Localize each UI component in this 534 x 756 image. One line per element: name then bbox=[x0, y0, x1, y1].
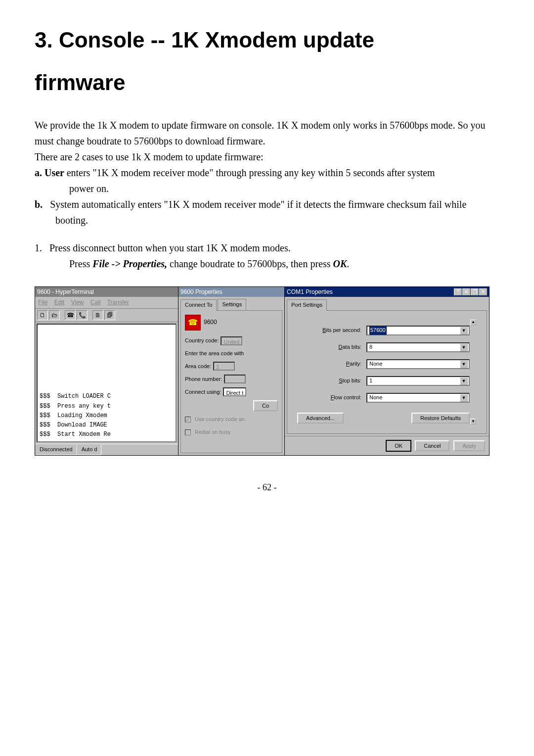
chevron-down-icon[interactable]: ▼ bbox=[460, 394, 468, 402]
stopbits-select[interactable]: 1 ▼ bbox=[366, 376, 470, 386]
menu-file[interactable]: File bbox=[38, 299, 47, 306]
page-number: - 62 - bbox=[35, 480, 499, 495]
status-right: Auto d bbox=[77, 444, 102, 455]
connection-icon: ☎ bbox=[185, 315, 201, 331]
tb-new[interactable]: 🗋 bbox=[37, 310, 48, 320]
term-line-4: $$$ Download IMAGE bbox=[40, 421, 174, 430]
flow-select[interactable]: None ▼ bbox=[366, 393, 470, 403]
chevron-down-icon[interactable]: ▼ bbox=[460, 327, 468, 334]
menu-edit[interactable]: Edit bbox=[54, 299, 65, 306]
intro-paragraph-1: We provide the 1k X modem to update firm… bbox=[35, 117, 499, 149]
flow-label: Flow control: bbox=[297, 393, 361, 402]
tb-receive[interactable]: 🗐 bbox=[104, 310, 115, 320]
tab-connect-to[interactable]: Connect To bbox=[180, 299, 217, 311]
item-b-body: System automatically enters "1K X modem … bbox=[50, 199, 466, 226]
country-field: United bbox=[221, 336, 242, 345]
title-line1: 3. Console -- 1K Xmodem update bbox=[35, 28, 374, 52]
hyperterminal-window: 9600 - HyperTerminal File Edit View Call… bbox=[35, 287, 178, 455]
close-icon[interactable]: ✕ bbox=[462, 288, 470, 295]
restore-icon[interactable]: ❐ bbox=[471, 288, 479, 295]
redial-checkbox bbox=[185, 429, 191, 435]
step-1-follow-post: change boudrate to 57600bps, then press bbox=[167, 258, 333, 269]
cancel-button[interactable]: Cancel bbox=[415, 440, 449, 451]
bits-value: 57600 bbox=[369, 326, 387, 335]
step-1-follow-end: . bbox=[347, 258, 349, 269]
status-left: Disconnected bbox=[35, 444, 77, 455]
props-titlebar: 9600 Properties bbox=[178, 287, 284, 297]
properties-window: 9600 Properties Connect To Settings ☎ 96… bbox=[178, 287, 285, 455]
connection-name: 9600 bbox=[204, 318, 217, 327]
apply-button: Apply bbox=[453, 440, 485, 451]
parity-label: Parity: bbox=[297, 360, 361, 369]
chevron-down-icon[interactable]: ▼ bbox=[460, 343, 468, 351]
parity-value: None bbox=[369, 360, 382, 369]
menu-view[interactable]: View bbox=[71, 299, 84, 306]
tb-disconnect[interactable]: 📞 bbox=[77, 310, 88, 320]
props-title-text: 9600 Properties bbox=[180, 287, 222, 297]
com-title-text: COM1 Properties bbox=[287, 287, 333, 297]
enter-area-text: Enter the area code with bbox=[185, 349, 244, 358]
connect-using-field[interactable]: Direct t bbox=[223, 387, 246, 396]
use-country-checkbox bbox=[185, 417, 191, 423]
hyper-title-text: 9600 - HyperTerminal bbox=[37, 287, 94, 297]
item-a-body: enters "1K X modem receiver mode" throug… bbox=[67, 167, 435, 178]
ok-button[interactable]: OK bbox=[386, 440, 411, 451]
hyper-menubar[interactable]: File Edit View Call Transfer bbox=[35, 297, 178, 309]
tab-port-settings[interactable]: Port Settings bbox=[287, 299, 327, 311]
chevron-down-icon[interactable]: ▼ bbox=[460, 360, 468, 368]
advanced-button[interactable]: Advanced... bbox=[297, 413, 344, 424]
step-1-follow-em: File -> Properties, bbox=[92, 258, 167, 269]
title-line2: firmware bbox=[35, 67, 499, 98]
databits-select[interactable]: 8 ▼ bbox=[366, 342, 470, 352]
hyper-toolbar: 🗋 🗁 ☎ 📞 🗎 🗐 bbox=[35, 309, 178, 322]
help-icon[interactable]: ? bbox=[454, 288, 462, 295]
step-1-follow-pre: Press bbox=[69, 258, 92, 269]
com-titlebar: COM1 Properties ? ✕ ❐ ✕ bbox=[285, 287, 489, 297]
redial-label: Redial on busy bbox=[195, 428, 231, 437]
screenshot: 9600 - HyperTerminal File Edit View Call… bbox=[35, 286, 490, 456]
stopbits-value: 1 bbox=[369, 377, 372, 385]
restore-defaults-button[interactable]: Restore Defaults bbox=[411, 413, 470, 424]
tb-send[interactable]: 🗎 bbox=[92, 310, 103, 320]
intro-paragraph-2: There are 2 cases to use 1k X modem to u… bbox=[35, 149, 499, 165]
term-line-2: $$$ Loading Xmodem bbox=[40, 411, 174, 421]
item-b-prefix: b. bbox=[35, 199, 43, 210]
term-line-1: $$$ Press any key t bbox=[40, 402, 174, 411]
databits-value: 8 bbox=[369, 343, 372, 352]
tab-settings[interactable]: Settings bbox=[218, 299, 246, 310]
stopbits-label: Stop bits: bbox=[297, 377, 361, 385]
terminal-area: $$$ Switch LOADER C $$$ Press any key t … bbox=[37, 324, 177, 442]
bits-label: Bits per second: bbox=[297, 326, 361, 335]
scroll-up-icon[interactable]: ▲ bbox=[470, 320, 476, 326]
phone-field bbox=[224, 375, 246, 383]
term-line-0: $$$ Switch LOADER C bbox=[40, 392, 174, 401]
term-line-5: $$$ Start Xmodem Re bbox=[40, 430, 174, 439]
step-1-body: Press disconnect button when you start 1… bbox=[49, 242, 291, 253]
chevron-down-icon[interactable]: ▼ bbox=[460, 377, 468, 385]
item-a-tail: power on. bbox=[35, 181, 499, 196]
flow-value: None bbox=[369, 393, 382, 402]
area-field: 2 bbox=[213, 362, 235, 371]
step-1-follow-ok: OK bbox=[333, 258, 347, 269]
hyper-titlebar: 9600 - HyperTerminal bbox=[35, 287, 178, 297]
menu-call[interactable]: Call bbox=[90, 299, 101, 306]
parity-select[interactable]: None ▼ bbox=[366, 359, 470, 369]
use-country-label: Use country code an bbox=[195, 415, 245, 424]
tb-call[interactable]: ☎ bbox=[65, 310, 76, 320]
databits-label: Data bits: bbox=[297, 343, 361, 352]
configure-button[interactable]: Co bbox=[253, 400, 278, 411]
phone-label: Phone number: bbox=[185, 375, 222, 384]
item-a-prefix: a. User bbox=[35, 167, 67, 178]
menu-transfer[interactable]: Transfer bbox=[107, 299, 129, 306]
close2-icon[interactable]: ✕ bbox=[479, 288, 487, 295]
country-label: Country code: bbox=[185, 336, 219, 345]
hyper-statusbar: Disconnected Auto d bbox=[35, 444, 178, 455]
area-label: Area code: bbox=[185, 362, 211, 371]
scroll-down-icon[interactable]: ▼ bbox=[470, 419, 476, 425]
tb-open[interactable]: 🗁 bbox=[49, 310, 60, 320]
connect-using-label: Connect using: bbox=[185, 388, 221, 397]
com1-properties-window: COM1 Properties ? ✕ ❐ ✕ Port Settings Bi… bbox=[285, 287, 489, 455]
step-1-prefix: 1. bbox=[35, 242, 42, 253]
scrollbar[interactable]: ▲ ▼ bbox=[470, 319, 477, 425]
bits-select[interactable]: 57600 ▼ bbox=[366, 326, 470, 335]
